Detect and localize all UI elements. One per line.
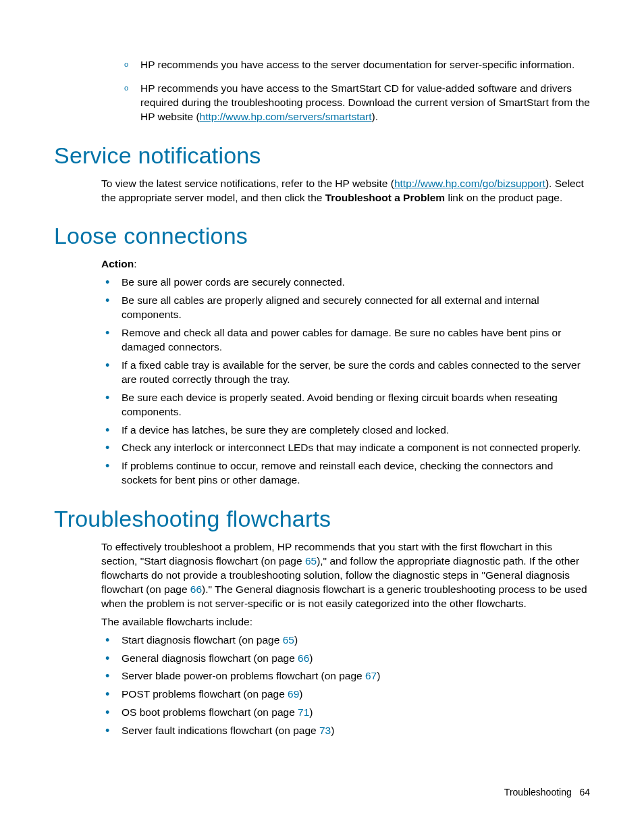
list-item: Be sure all cables are properly aligned … [101,294,590,322]
list-item-text: If a fixed cable tray is available for t… [122,359,581,385]
list-item-post: ) [294,634,298,646]
list-item-post: ) [309,652,313,664]
list-item: Check any interlock or interconnect LEDs… [101,441,590,455]
action-label: Action [101,258,134,269]
action-colon: : [134,258,136,269]
page-ref-link[interactable]: 66 [298,652,309,664]
page-ref-link[interactable]: 69 [288,688,299,700]
list-item-text: Be sure all cables are properly aligned … [122,294,539,320]
list-item: Server blade power-on problems flowchart… [101,669,590,683]
list-item-text: Be sure each device is properly seated. … [122,392,558,417]
list-item-post: ) [331,725,334,736]
list-item: Start diagnosis flowchart (on page 65) [101,633,590,648]
service-notifications-paragraph: To view the latest service notifications… [101,177,590,205]
list-item-text: Check any interlock or interconnect LEDs… [122,442,581,453]
footer-section: Troubleshooting [504,787,572,798]
list-item-text: Be sure all power cords are securely con… [122,276,345,288]
footer-page-number: 64 [579,787,590,798]
flowcharts-intro-paragraph: To effectively troubleshoot a problem, H… [101,540,590,611]
page-ref-link[interactable]: 71 [298,706,309,718]
smartstart-link[interactable]: http://www.hp.com/servers/smartstart [200,111,372,122]
list-item-post: ) [309,706,313,718]
page-ref-link[interactable]: 67 [365,670,377,681]
list-item-pre: General diagnosis flowchart (on page [122,652,298,664]
list-item-pre: POST problems flowchart (on page [122,688,288,700]
list-item-pre: OS boot problems flowchart (on page [122,706,298,718]
list-item-pre: Server fault indications flowchart (on p… [122,725,319,736]
service-notifications-body: To view the latest service notifications… [101,177,590,205]
flowcharts-available-paragraph: The available flowcharts include: [101,615,590,629]
flowcharts-list: Start diagnosis flowchart (on page 65) G… [101,633,590,739]
list-item-text: If problems continue to occur, remove an… [122,460,553,486]
list-item-text: If a device has latches, be sure they ar… [122,424,449,436]
loose-connections-body: Action: Be sure all power cords are secu… [101,257,590,488]
list-item: Be sure each device is properly seated. … [101,391,590,419]
list-item: If problems continue to occur, remove an… [101,459,590,488]
list-item: Server fault indications flowchart (on p… [101,724,590,738]
heading-troubleshooting-flowcharts: Troubleshooting flowcharts [54,504,590,535]
list-item: If a device has latches, be sure they ar… [101,423,590,438]
list-item: POST problems flowchart (on page 69) [101,687,590,702]
list-item-text: HP recommends you have access to the ser… [140,59,574,70]
list-item: OS boot problems flowchart (on page 71) [101,706,590,720]
list-item: HP recommends you have access to the ser… [122,58,590,72]
loose-connections-list: Be sure all power cords are securely con… [101,276,590,488]
list-item: Be sure all power cords are securely con… [101,276,590,290]
bizsupport-link[interactable]: http://www.hp.com/go/bizsupport [394,178,545,189]
list-item: If a fixed cable tray is available for t… [101,359,590,387]
list-item-pre: Start diagnosis flowchart (on page [122,634,283,646]
svc-text-c: link on the product page. [445,192,562,203]
troubleshooting-flowcharts-body: To effectively troubleshoot a problem, H… [101,540,590,738]
intro-sublist: HP recommends you have access to the ser… [122,58,590,124]
document-page: HP recommends you have access to the ser… [0,0,644,834]
list-item: Remove and check all data and power cabl… [101,326,590,355]
page-footer: Troubleshooting 64 [504,786,590,799]
list-item-pre: Server blade power-on problems flowchart… [122,670,365,681]
intro-sublist-wrap: HP recommends you have access to the ser… [122,58,590,124]
action-line: Action: [101,257,590,271]
list-item: HP recommends you have access to the Sma… [122,82,590,124]
page-ref-link[interactable]: 65 [305,555,317,567]
list-item-tail: ). [372,111,378,122]
list-item-post: ) [377,670,380,681]
svc-bold: Troubleshoot a Problem [325,192,445,203]
page-ref-link[interactable]: 66 [190,583,202,595]
list-item: General diagnosis flowchart (on page 66) [101,652,590,666]
list-item-post: ) [299,688,302,700]
heading-loose-connections: Loose connections [54,221,590,252]
svc-text-a: To view the latest service notifications… [101,178,394,189]
page-ref-link[interactable]: 73 [319,725,331,736]
page-ref-link[interactable]: 65 [283,634,294,646]
heading-service-notifications: Service notifications [54,140,590,172]
list-item-text: Remove and check all data and power cabl… [122,327,561,353]
